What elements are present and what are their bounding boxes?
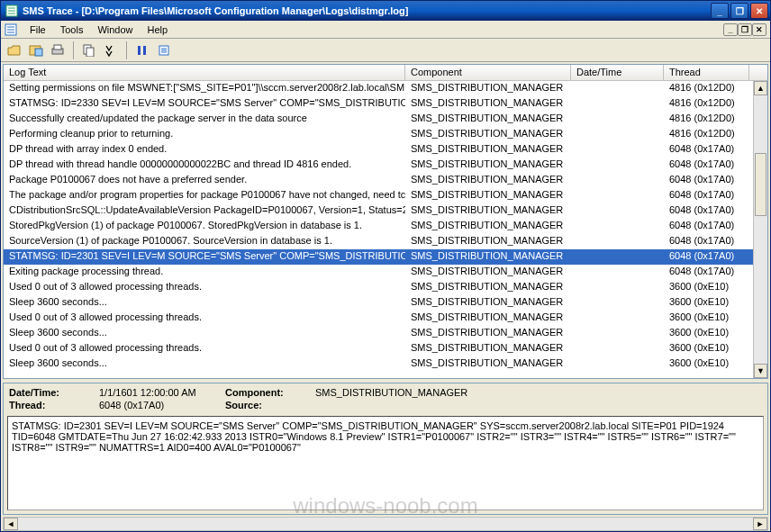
table-row[interactable]: Exiting package processing thread.SMS_DI… (4, 265, 767, 280)
cell-thread: 4816 (0x12D0) (664, 96, 749, 112)
cell-thread: 6048 (0x17A0) (664, 142, 749, 158)
cell-component: SMS_DISTRIBUTION_MANAGER (405, 249, 571, 265)
svg-rect-8 (138, 46, 141, 55)
cell-log: Sleep 3600 seconds... (4, 356, 405, 372)
cell-log: Used 0 out of 3 allowed processing threa… (4, 341, 405, 356)
copy-button[interactable] (79, 41, 99, 60)
scroll-track[interactable] (18, 518, 753, 530)
mdi-restore-button[interactable]: ❐ (738, 23, 752, 36)
table-row[interactable]: CDistributionSrcSQL::UpdateAvailableVers… (4, 203, 767, 219)
cell-thread: 6048 (0x17A0) (664, 158, 749, 173)
find-button[interactable] (101, 41, 121, 60)
cell-component: SMS_DISTRIBUTION_MANAGER (405, 326, 571, 341)
cell-log: SourceVersion (1) of package P0100067. S… (4, 234, 405, 249)
mdi-minimize-button[interactable]: _ (723, 23, 738, 36)
table-row[interactable]: SourceVersion (1) of package P0100067. S… (4, 234, 767, 249)
table-row[interactable]: Package P0100067 does not have a preferr… (4, 173, 767, 188)
cell-thread: 3600 (0xE10) (664, 356, 749, 372)
label-component: Component: (225, 387, 315, 398)
cell-component: SMS_DISTRIBUTION_MANAGER (405, 311, 571, 326)
pause-button[interactable] (132, 41, 152, 60)
cell-thread: 3600 (0xE10) (664, 280, 749, 295)
cell-date (571, 356, 664, 372)
scroll-down-icon[interactable]: ▼ (754, 364, 767, 378)
menu-window[interactable]: Window (90, 23, 140, 37)
table-row[interactable]: Sleep 3600 seconds...SMS_DISTRIBUTION_MA… (4, 326, 767, 341)
vertical-scrollbar[interactable]: ▲ ▼ (753, 81, 767, 378)
cell-date (571, 188, 664, 203)
cell-date (571, 81, 664, 96)
cell-component: SMS_DISTRIBUTION_MANAGER (405, 295, 571, 311)
menu-help[interactable]: Help (141, 23, 176, 37)
detail-text[interactable]: STATMSG: ID=2301 SEV=I LEV=M SOURCE="SMS… (7, 416, 764, 510)
cell-date (571, 203, 664, 219)
print-button[interactable] (48, 41, 68, 60)
cell-date (571, 127, 664, 142)
cell-log: CDistributionSrcSQL::UpdateAvailableVers… (4, 203, 405, 219)
table-row[interactable]: Sleep 3600 seconds...SMS_DISTRIBUTION_MA… (4, 295, 767, 311)
table-row[interactable]: DP thread with array index 0 ended.SMS_D… (4, 142, 767, 158)
table-row[interactable]: DP thread with thread handle 00000000000… (4, 158, 767, 173)
cell-thread: 3600 (0xE10) (664, 311, 749, 326)
column-header-thread[interactable]: Thread (664, 65, 749, 80)
cell-component: SMS_DISTRIBUTION_MANAGER (405, 96, 571, 112)
cell-thread: 6048 (0x17A0) (664, 219, 749, 234)
cell-component: SMS_DISTRIBUTION_MANAGER (405, 219, 571, 234)
cell-component: SMS_DISTRIBUTION_MANAGER (405, 280, 571, 295)
table-row[interactable]: Used 0 out of 3 allowed processing threa… (4, 280, 767, 295)
toolbar (1, 39, 770, 62)
cell-date (571, 173, 664, 188)
open-server-button[interactable] (26, 41, 46, 60)
horizontal-scrollbar[interactable]: ◄ ► (3, 517, 768, 531)
menu-file[interactable]: File (23, 23, 53, 37)
cell-date (571, 96, 664, 112)
value-source (315, 400, 762, 410)
menu-tools[interactable]: Tools (53, 23, 91, 37)
cell-component: SMS_DISTRIBUTION_MANAGER (405, 173, 571, 188)
column-header-log[interactable]: Log Text (4, 65, 405, 80)
cell-date (571, 219, 664, 234)
scroll-right-icon[interactable]: ► (753, 518, 767, 530)
table-row[interactable]: Performing cleanup prior to returning.SM… (4, 127, 767, 142)
value-thread: 6048 (0x17A0) (99, 400, 225, 410)
cell-thread: 6048 (0x17A0) (664, 249, 749, 265)
cell-log: DP thread with array index 0 ended. (4, 142, 405, 158)
listview-body[interactable]: Setting permissions on file MSWNET:["SMS… (4, 81, 767, 378)
cell-component: SMS_DISTRIBUTION_MANAGER (405, 341, 571, 356)
refresh-button[interactable] (154, 41, 174, 60)
column-header-comp[interactable]: Component (405, 65, 571, 80)
app-icon (5, 4, 19, 18)
table-row[interactable]: STATMSG: ID=2301 SEV=I LEV=M SOURCE="SMS… (4, 249, 767, 265)
table-row[interactable]: STATMSG: ID=2330 SEV=I LEV=M SOURCE="SMS… (4, 96, 767, 112)
close-button[interactable]: ✕ (750, 3, 768, 19)
table-row[interactable]: StoredPkgVersion (1) of package P0100067… (4, 219, 767, 234)
svg-rect-9 (143, 46, 146, 55)
cell-date (571, 311, 664, 326)
scroll-left-icon[interactable]: ◄ (4, 518, 18, 530)
column-header-date[interactable]: Date/Time (571, 65, 664, 80)
cell-date (571, 326, 664, 341)
table-row[interactable]: Used 0 out of 3 allowed processing threa… (4, 341, 767, 356)
table-row[interactable]: Sleep 3600 seconds...SMS_DISTRIBUTION_MA… (4, 356, 767, 372)
svg-rect-7 (86, 48, 94, 57)
table-row[interactable]: The package and/or program properties fo… (4, 188, 767, 203)
titlebar: SMS Trace - [D:\Program Files\Microsoft … (1, 1, 770, 21)
table-row[interactable]: Successfully created/updated the package… (4, 112, 767, 127)
cell-log: Performing cleanup prior to returning. (4, 127, 405, 142)
detail-panel: Date/Time: 1/1/1601 12:00:00 AM Componen… (3, 383, 768, 515)
cell-component: SMS_DISTRIBUTION_MANAGER (405, 265, 571, 280)
cell-component: SMS_DISTRIBUTION_MANAGER (405, 356, 571, 372)
open-button[interactable] (5, 41, 24, 60)
scroll-up-icon[interactable]: ▲ (754, 81, 767, 95)
scroll-thumb[interactable] (755, 153, 766, 216)
svg-rect-3 (35, 49, 42, 56)
cell-log: Package P0100067 does not have a preferr… (4, 173, 405, 188)
table-row[interactable]: Setting permissions on file MSWNET:["SMS… (4, 81, 767, 96)
minimize-button[interactable]: _ (711, 3, 729, 19)
table-row[interactable]: Used 0 out of 3 allowed processing threa… (4, 311, 767, 326)
label-source: Source: (225, 400, 315, 410)
cell-thread: 6048 (0x17A0) (664, 265, 749, 280)
cell-log: Sleep 3600 seconds... (4, 326, 405, 341)
mdi-close-button[interactable]: ✕ (752, 23, 766, 36)
maximize-button[interactable]: ❐ (730, 3, 748, 19)
